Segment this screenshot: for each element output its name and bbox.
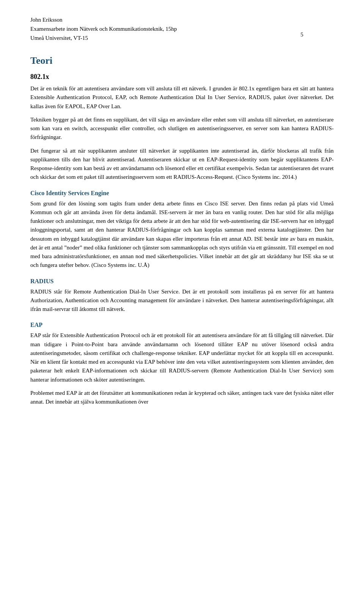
university-info: Umeå Universitet, VT-15 xyxy=(30,33,334,43)
eap-paragraph2: Problemet med EAP är att det förutsätter… xyxy=(30,389,334,407)
cisco-ise-paragraph1: Som grund för den lösning som tagits fra… xyxy=(30,199,334,270)
section-802: 802.1x xyxy=(30,72,334,82)
section-802-paragraph2: Tekniken bygger på att det finns en supp… xyxy=(30,115,334,142)
teori-section: Teori 802.1x Det är en teknik för att au… xyxy=(30,53,334,406)
eap-paragraph1: EAP står för Extensible Authentication P… xyxy=(30,331,334,384)
section-802-label: 802.1x xyxy=(30,72,334,82)
radius-paragraph1: RADIUS står för Remote Authentication Di… xyxy=(30,287,334,314)
course-title: Examensarbete inom Nätverk och Kommunika… xyxy=(30,24,334,33)
page-number: 5 xyxy=(301,30,304,39)
section-802-paragraph3: Det fungerar så att när supplikanten ans… xyxy=(30,147,334,182)
eap-heading: EAP xyxy=(30,320,334,330)
radius-heading: RADIUS xyxy=(30,277,334,286)
document-header: John Eriksson Examensarbete inom Nätverk… xyxy=(30,15,334,43)
author-name: John Eriksson xyxy=(30,15,334,24)
section-802-paragraph1: Det är en teknik för att autentisera anv… xyxy=(30,84,334,111)
cisco-ise-heading: Cisco Identity Services Engine xyxy=(30,189,334,198)
teori-heading: Teori xyxy=(30,53,334,68)
